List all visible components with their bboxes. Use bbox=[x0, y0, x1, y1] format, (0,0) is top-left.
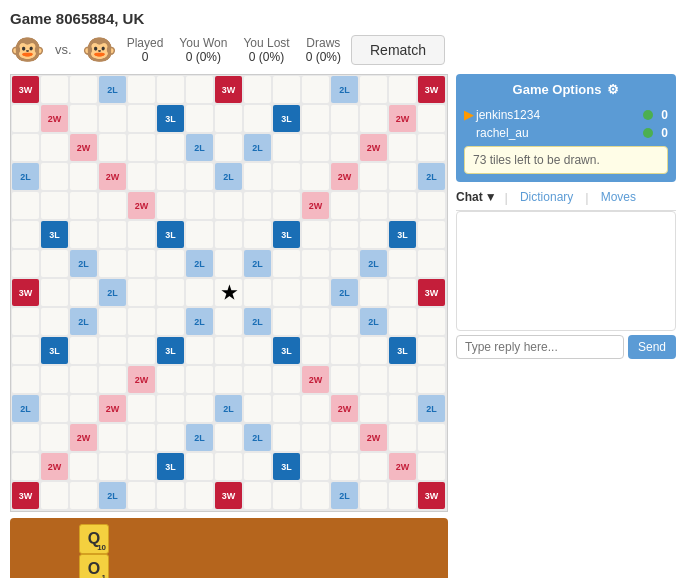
board-cell[interactable] bbox=[244, 76, 271, 103]
board-cell[interactable] bbox=[99, 366, 126, 393]
board-cell[interactable]: 2L bbox=[186, 424, 213, 451]
board-cell[interactable] bbox=[70, 395, 97, 422]
board-cell[interactable] bbox=[244, 105, 271, 132]
board-cell[interactable] bbox=[99, 134, 126, 161]
board-cell[interactable] bbox=[389, 163, 416, 190]
board-cell[interactable] bbox=[128, 163, 155, 190]
board-cell[interactable]: 2W bbox=[389, 105, 416, 132]
board-cell[interactable] bbox=[418, 250, 445, 277]
tile-letter[interactable]: Q10 bbox=[79, 524, 109, 554]
board-cell[interactable]: 3W bbox=[12, 76, 39, 103]
board-cell[interactable]: 3W bbox=[12, 279, 39, 306]
board-cell[interactable] bbox=[331, 424, 358, 451]
board-cell[interactable] bbox=[12, 453, 39, 480]
board-cell[interactable] bbox=[273, 366, 300, 393]
board-cell[interactable]: 2L bbox=[244, 424, 271, 451]
board-cell[interactable] bbox=[128, 105, 155, 132]
board-cell[interactable] bbox=[215, 134, 242, 161]
board-cell[interactable]: 3L bbox=[389, 221, 416, 248]
board-cell[interactable] bbox=[41, 192, 68, 219]
board-cell[interactable] bbox=[389, 250, 416, 277]
board-cell[interactable] bbox=[360, 105, 387, 132]
board-cell[interactable] bbox=[41, 308, 68, 335]
board-cell[interactable] bbox=[41, 482, 68, 509]
tab-moves[interactable]: Moves bbox=[597, 188, 640, 206]
board-cell[interactable] bbox=[70, 482, 97, 509]
board-cell[interactable] bbox=[302, 163, 329, 190]
board-cell[interactable]: 2W bbox=[70, 424, 97, 451]
tab-dictionary[interactable]: Dictionary bbox=[516, 188, 577, 206]
board-cell[interactable] bbox=[12, 424, 39, 451]
board-cell[interactable] bbox=[302, 337, 329, 364]
rematch-button[interactable]: Rematch bbox=[351, 35, 445, 65]
chat-input[interactable] bbox=[456, 335, 624, 359]
board-cell[interactable] bbox=[244, 192, 271, 219]
board-cell[interactable] bbox=[70, 366, 97, 393]
board-cell[interactable]: 2L bbox=[70, 250, 97, 277]
board-cell[interactable] bbox=[157, 279, 184, 306]
board-cell[interactable]: 3W bbox=[418, 279, 445, 306]
board-cell[interactable] bbox=[331, 250, 358, 277]
board-cell[interactable] bbox=[331, 337, 358, 364]
board-cell[interactable] bbox=[70, 192, 97, 219]
board-cell[interactable] bbox=[244, 453, 271, 480]
send-button[interactable]: Send bbox=[628, 335, 676, 359]
board-cell[interactable] bbox=[157, 76, 184, 103]
board-cell[interactable] bbox=[157, 250, 184, 277]
board-cell[interactable] bbox=[273, 424, 300, 451]
board-cell[interactable] bbox=[418, 308, 445, 335]
board-cell[interactable] bbox=[12, 337, 39, 364]
board-cell[interactable] bbox=[360, 453, 387, 480]
board-cell[interactable] bbox=[418, 221, 445, 248]
board-cell[interactable] bbox=[186, 221, 213, 248]
board-cell[interactable]: 3W bbox=[418, 482, 445, 509]
board-cell[interactable] bbox=[215, 424, 242, 451]
board-cell[interactable]: 3L bbox=[157, 337, 184, 364]
board-cell[interactable] bbox=[389, 424, 416, 451]
board-cell[interactable]: 2L bbox=[215, 163, 242, 190]
board-cell[interactable]: 3L bbox=[157, 221, 184, 248]
board-cell[interactable] bbox=[273, 279, 300, 306]
board-cell[interactable] bbox=[331, 366, 358, 393]
board-cell[interactable]: 2L bbox=[360, 250, 387, 277]
board-cell[interactable] bbox=[70, 105, 97, 132]
board-cell[interactable]: 3W bbox=[215, 482, 242, 509]
board-cell[interactable] bbox=[360, 395, 387, 422]
board-cell[interactable] bbox=[128, 76, 155, 103]
board-cell[interactable]: 3L bbox=[273, 221, 300, 248]
tile-letter[interactable]: O1 bbox=[79, 554, 109, 578]
board-cell[interactable]: 3W bbox=[215, 76, 242, 103]
board-cell[interactable] bbox=[128, 250, 155, 277]
board-cell[interactable] bbox=[244, 279, 271, 306]
board-cell[interactable]: 2L bbox=[99, 76, 126, 103]
board-cell[interactable] bbox=[128, 453, 155, 480]
board-cell[interactable]: 2W bbox=[302, 192, 329, 219]
board-cell[interactable]: 3L bbox=[273, 453, 300, 480]
board-cell[interactable] bbox=[70, 337, 97, 364]
board-cell[interactable]: 3L bbox=[157, 105, 184, 132]
board-cell[interactable] bbox=[157, 366, 184, 393]
board-cell[interactable] bbox=[157, 134, 184, 161]
board-cell[interactable] bbox=[215, 192, 242, 219]
board-cell[interactable] bbox=[389, 308, 416, 335]
board-cell[interactable] bbox=[302, 308, 329, 335]
board-cell[interactable]: 2L bbox=[99, 279, 126, 306]
board-cell[interactable] bbox=[302, 395, 329, 422]
board-cell[interactable] bbox=[41, 76, 68, 103]
board-cell[interactable] bbox=[360, 192, 387, 219]
board-cell[interactable] bbox=[244, 163, 271, 190]
board-cell[interactable] bbox=[273, 134, 300, 161]
board-cell[interactable] bbox=[273, 482, 300, 509]
board-cell[interactable]: 2L bbox=[331, 279, 358, 306]
board-cell[interactable]: 2W bbox=[331, 163, 358, 190]
scrabble-board[interactable]: 3W2L3W2L3W2W3L3L2W2W2L2L2W2L2W2L2W2L2W2W… bbox=[10, 74, 448, 512]
board-cell[interactable] bbox=[360, 279, 387, 306]
board-cell[interactable]: 3L bbox=[389, 337, 416, 364]
board-cell[interactable] bbox=[41, 395, 68, 422]
board-cell[interactable] bbox=[273, 395, 300, 422]
board-cell[interactable] bbox=[157, 424, 184, 451]
board-cell[interactable] bbox=[302, 424, 329, 451]
board-cell[interactable] bbox=[244, 337, 271, 364]
board-cell[interactable] bbox=[41, 250, 68, 277]
board-cell[interactable] bbox=[99, 337, 126, 364]
